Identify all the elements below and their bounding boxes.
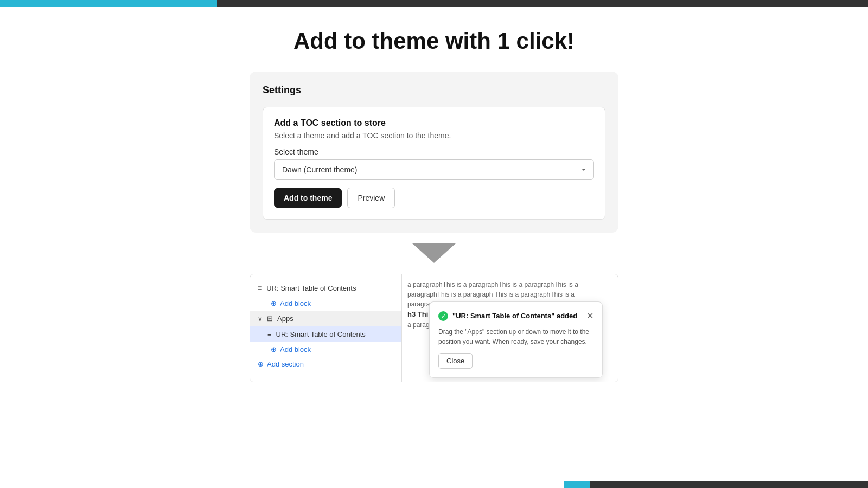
list-icon-1: ≡ — [258, 284, 262, 292]
page-title: Add to theme with 1 click! — [293, 28, 575, 54]
add-to-theme-button[interactable]: Add to theme — [274, 188, 342, 208]
add-block-label-1: Add block — [280, 299, 311, 307]
toc-section-description: Select a theme and add a TOC section to … — [274, 131, 594, 140]
notification-header: ✓ "UR: Smart Table of Contents" added ✕ — [438, 311, 593, 322]
main-content: Add to theme with 1 click! Settings Add … — [0, 7, 868, 481]
add-block-label-2: Add block — [280, 345, 311, 354]
top-accent-bar — [0, 0, 868, 7]
action-buttons: Add to theme Preview — [274, 188, 594, 208]
apps-section-label: Apps — [277, 314, 293, 323]
sidebar-item-toc-label-1: UR: Smart Table of Contents — [266, 284, 356, 292]
bottom-accent-bar — [0, 481, 868, 488]
inner-settings-card: Add a TOC section to store Select a them… — [263, 107, 605, 220]
preview-button[interactable]: Preview — [347, 188, 395, 208]
apps-section[interactable]: ∨ ⊞ Apps — [250, 311, 401, 326]
settings-card-title: Settings — [263, 85, 605, 96]
add-block-button-1[interactable]: ⊕ Add block — [250, 296, 401, 311]
notification-title: "UR: Smart Table of Contents" added — [452, 311, 577, 322]
notification-title-row: ✓ "UR: Smart Table of Contents" added — [438, 311, 577, 322]
sidebar-subsection-toc[interactable]: ≡ UR: Smart Table of Contents — [250, 326, 401, 342]
add-block-button-2[interactable]: ⊕ Add block — [250, 342, 401, 357]
settings-card: Settings Add a TOC section to store Sele… — [250, 72, 618, 233]
toc-section-title: Add a TOC section to store — [274, 118, 594, 128]
sidebar-subsection-label: UR: Smart Table of Contents — [276, 330, 366, 338]
content-panel: a paragraphThis is a paragraphThis is a … — [402, 274, 618, 382]
select-theme-label: Select theme — [274, 147, 594, 156]
notification-close-x-button[interactable]: ✕ — [586, 312, 593, 320]
notification-popup: ✓ "UR: Smart Table of Contents" added ✕ … — [429, 301, 603, 378]
down-arrow-icon — [412, 243, 456, 263]
plus-icon-2: ⊕ — [271, 345, 277, 354]
add-section-button[interactable]: ⊕ Add section — [250, 357, 401, 371]
theme-select[interactable]: Dawn (Current theme) — [274, 159, 594, 180]
list-icon-2: ≡ — [267, 330, 272, 338]
notification-body: Drag the "Apps" section up or down to mo… — [438, 327, 593, 346]
plus-icon-1: ⊕ — [271, 299, 277, 307]
add-section-label: Add section — [267, 360, 304, 368]
editor-preview: ≡ UR: Smart Table of Contents ⊕ Add bloc… — [250, 274, 618, 382]
plus-circle-icon: ⊕ — [258, 360, 264, 368]
apps-section-icon: ⊞ — [267, 314, 273, 323]
sidebar-panel: ≡ UR: Smart Table of Contents ⊕ Add bloc… — [250, 274, 402, 382]
sidebar-item-toc-1[interactable]: ≡ UR: Smart Table of Contents — [250, 280, 401, 296]
notification-close-button[interactable]: Close — [438, 353, 473, 369]
chevron-icon: ∨ — [258, 315, 263, 323]
check-icon: ✓ — [438, 311, 448, 321]
